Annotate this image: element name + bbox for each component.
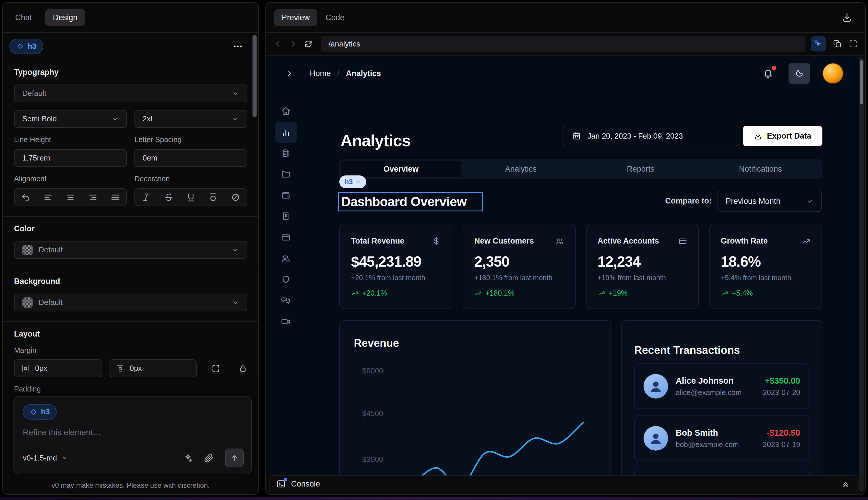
expand-icon[interactable] xyxy=(211,364,220,373)
preview-scrollbar[interactable] xyxy=(859,57,864,492)
sidebar-item-shield[interactable] xyxy=(275,269,297,290)
stat-trend-value: +19% xyxy=(609,289,628,297)
forward-icon[interactable] xyxy=(289,39,298,48)
model-selector[interactable]: v0-1.5-md xyxy=(23,454,68,463)
console-bar[interactable]: Console xyxy=(269,475,857,492)
dashboard-tab-reports[interactable]: Reports xyxy=(581,161,701,177)
stat-trend-value: +180.1% xyxy=(485,289,514,297)
more-options-icon[interactable] xyxy=(233,41,243,52)
fullscreen-icon[interactable] xyxy=(849,39,857,48)
sidebar-item-credit-card[interactable] xyxy=(275,227,297,248)
sparkles-icon[interactable] xyxy=(183,453,193,463)
align-justify-icon[interactable] xyxy=(110,192,120,202)
sidebar-item-invoices[interactable] xyxy=(275,143,297,164)
strikethrough-icon[interactable] xyxy=(164,192,174,202)
selected-element-overlay-chip[interactable]: h3 xyxy=(339,175,366,188)
browser-toolbar: /analytics xyxy=(266,33,865,56)
line-height-input[interactable]: 1.75rem xyxy=(14,149,127,167)
undo-icon[interactable] xyxy=(21,192,31,202)
tab-preview[interactable]: Preview xyxy=(274,9,317,26)
compare-value: Previous Month xyxy=(726,197,780,206)
transaction-row[interactable]: Bob Smithbob@example.com-$120.502023-07-… xyxy=(634,416,810,461)
design-panel-header: Chat Design xyxy=(3,3,258,33)
sidebar-item-messages[interactable] xyxy=(275,290,297,311)
copy-icon[interactable] xyxy=(833,39,842,48)
download-icon[interactable] xyxy=(842,12,852,23)
composer-element-chip[interactable]: h3 xyxy=(23,404,57,420)
expand-console-icon[interactable] xyxy=(841,479,850,488)
breadcrumb-home[interactable]: Home xyxy=(310,69,331,78)
overline-icon[interactable] xyxy=(208,192,218,202)
tab-code[interactable]: Code xyxy=(326,13,345,22)
app-sidebar-rail xyxy=(266,91,306,332)
background-select[interactable]: Default xyxy=(14,294,247,311)
sidebar-item-video[interactable] xyxy=(275,311,297,332)
color-select[interactable]: Default xyxy=(14,241,247,259)
attach-icon[interactable] xyxy=(204,453,214,463)
send-button[interactable] xyxy=(225,448,244,467)
layout-section-label: Layout xyxy=(14,330,247,339)
back-icon[interactable] xyxy=(274,39,282,48)
stat-trend: +180.1% xyxy=(474,289,564,297)
transaction-info: Alice Johnsonalice@example.com xyxy=(676,376,755,397)
dashboard-tab-overview[interactable]: Overview xyxy=(341,161,461,177)
selected-element-row: h3 xyxy=(3,33,258,60)
margin-label: Margin xyxy=(14,346,247,355)
panel-scrollbar[interactable] xyxy=(253,35,257,117)
export-data-button[interactable]: Export Data xyxy=(743,126,822,146)
element-selection-outline[interactable]: Dashboard Overview xyxy=(338,192,483,212)
font-size-value: 2xl xyxy=(143,114,231,123)
transaction-date: 2023-07-20 xyxy=(763,388,800,397)
trending-up-icon xyxy=(351,289,359,297)
stat-card: Total Revenue$45,231.89+20.1% from last … xyxy=(339,224,452,309)
transaction-row[interactable]: Alice Johnsonalice@example.com+$350.0020… xyxy=(634,363,810,409)
margin-input[interactable]: 0px xyxy=(14,359,102,377)
letter-spacing-input[interactable]: 0em xyxy=(135,149,247,167)
revenue-line-chart xyxy=(340,321,611,477)
line-height-label: Line Height xyxy=(14,135,127,144)
lock-icon[interactable] xyxy=(239,364,247,373)
transaction-amount: +$350.00 xyxy=(763,376,800,386)
refresh-icon[interactable] xyxy=(304,39,313,48)
italic-icon[interactable] xyxy=(141,192,151,202)
design-panel: Chat Design h3 Typography Default Semi B… xyxy=(2,2,259,495)
refine-composer: h3 Refine this element… v0-1.5-md xyxy=(13,396,252,474)
url-input[interactable]: /analytics xyxy=(321,36,806,52)
tab-design[interactable]: Design xyxy=(45,9,85,26)
tab-chat[interactable]: Chat xyxy=(15,13,32,22)
align-right-icon[interactable] xyxy=(88,192,97,202)
sidebar-item-bar-chart[interactable] xyxy=(275,122,297,143)
dashboard-tab-notifications[interactable]: Notifications xyxy=(701,161,820,177)
sidebar-item-folder[interactable] xyxy=(275,164,297,185)
margin-value: 0px xyxy=(130,364,142,373)
date-range-button[interactable]: Jan 20, 2023 - Feb 09, 2023 xyxy=(563,126,739,146)
arrow-up-icon xyxy=(230,454,239,462)
sidebar-item-home[interactable] xyxy=(275,101,297,122)
divider xyxy=(3,216,258,217)
margin-input[interactable]: 0px xyxy=(109,359,197,377)
selected-element-chip[interactable]: h3 xyxy=(9,38,43,54)
scrollbar-thumb[interactable] xyxy=(860,60,863,104)
typography-section-label: Typography xyxy=(14,68,247,77)
sidebar-toggle-icon[interactable] xyxy=(285,69,293,78)
circle-slash-icon[interactable] xyxy=(231,192,241,202)
stat-trend: +19% xyxy=(598,289,687,297)
dashboard-tabs: OverviewAnalyticsReportsNotifications xyxy=(339,159,822,179)
underline-icon[interactable] xyxy=(186,192,196,202)
compare-select[interactable]: Previous Month xyxy=(717,191,822,212)
composer-input[interactable]: Refine this element… xyxy=(23,428,243,437)
align-left-icon[interactable] xyxy=(43,192,53,202)
calendar-icon xyxy=(572,132,581,140)
sidebar-item-users[interactable] xyxy=(275,248,297,269)
stat-trend: +20.1% xyxy=(351,289,441,297)
align-center-icon[interactable] xyxy=(66,192,76,202)
margin-value: 0px xyxy=(35,364,47,373)
select-element-tool[interactable] xyxy=(811,36,826,52)
font-size-select[interactable]: 2xl xyxy=(135,110,247,128)
dashboard-tab-analytics[interactable]: Analytics xyxy=(461,161,581,177)
avatar[interactable] xyxy=(822,63,843,84)
font-family-select[interactable]: Default xyxy=(14,84,247,102)
sidebar-item-receipt[interactable] xyxy=(275,206,297,227)
sidebar-item-wallet[interactable] xyxy=(275,185,297,206)
font-weight-select[interactable]: Semi Bold xyxy=(14,110,127,128)
